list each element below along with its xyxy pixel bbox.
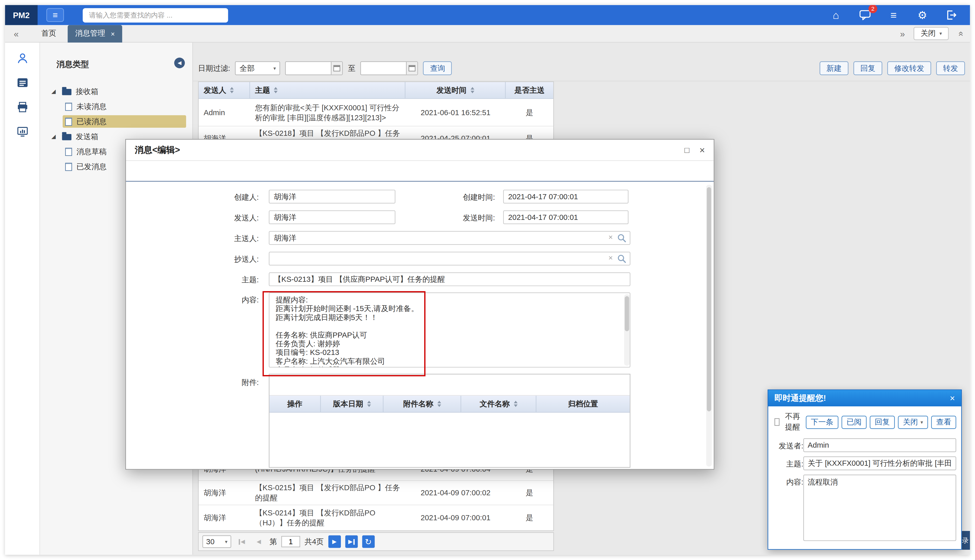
module-user-button[interactable] [13, 50, 31, 67]
subject-input[interactable] [269, 272, 630, 286]
sort-icon[interactable] [367, 401, 371, 407]
page-size-select[interactable]: 30 ▾ [202, 535, 231, 548]
sort-icon[interactable] [274, 87, 278, 93]
header-send-time[interactable]: 发送时间 [405, 82, 506, 98]
header-operation[interactable]: 操作 [269, 396, 321, 412]
tree-expand-icon[interactable]: ◢ [52, 133, 56, 140]
close-icon[interactable]: × [699, 145, 705, 155]
last-page-button[interactable]: ▶ [345, 535, 358, 548]
scrollbar-thumb[interactable] [707, 187, 711, 412]
tabs-scroll-right-icon[interactable]: » [900, 28, 905, 38]
tree-node-read[interactable]: 已读消息 [40, 114, 192, 129]
calendar-trigger[interactable] [406, 62, 417, 74]
view-button[interactable]: 查看 [931, 415, 956, 429]
sender-input[interactable] [269, 210, 395, 224]
header-primary[interactable]: 是否主送 [506, 82, 553, 98]
textarea-scrollbar[interactable] [624, 294, 630, 366]
header-version-date[interactable]: 版本日期 [321, 396, 383, 412]
calendar-trigger[interactable] [331, 62, 342, 74]
module-print-button[interactable] [13, 99, 31, 115]
header-sender[interactable]: 发送人 [199, 82, 250, 98]
tree-node-inbox[interactable]: ◢ 接收箱 [40, 84, 192, 99]
header-attachment-name[interactable]: 附件名称 [383, 396, 461, 412]
dialog-titlebar[interactable]: 消息<编辑> □ × [126, 140, 714, 161]
popup-titlebar[interactable]: 即时通提醒您! × [768, 390, 961, 407]
date-range-select[interactable]: 全部 ▾ [235, 62, 280, 75]
table-row[interactable]: 胡海洋 【KS-0214】项目 【发行KD部品PO（HJ）】任务的提醒 2021… [199, 505, 553, 530]
record-side-tab[interactable]: 录 [961, 531, 970, 550]
sidebar-toggle-button[interactable]: ≡ [47, 8, 64, 22]
sort-icon[interactable] [470, 87, 474, 93]
clear-icon[interactable]: × [608, 233, 613, 242]
topbar-icons: ⌂ 2 ≡ ⚙ [830, 9, 957, 21]
cc-input[interactable] [269, 252, 630, 265]
sort-icon[interactable] [437, 401, 441, 407]
no-remind-checkbox[interactable] [774, 418, 779, 426]
sort-icon[interactable] [513, 401, 517, 407]
tab-home[interactable]: 首页 [30, 25, 67, 42]
global-search-input[interactable] [83, 8, 228, 22]
query-button[interactable]: 查询 [423, 62, 452, 75]
page-number-input[interactable] [281, 536, 300, 547]
sender-input[interactable] [803, 438, 957, 452]
header-subject[interactable]: 主题 [250, 82, 405, 98]
menu-icon[interactable]: ≡ [887, 9, 900, 21]
send-time-input[interactable] [503, 210, 629, 224]
header-label: 附件名称 [403, 398, 433, 409]
cc-label: 抄送人: [126, 254, 264, 265]
to-label: 主送人: [126, 233, 264, 244]
first-page-button[interactable]: ◀ [236, 535, 248, 548]
clear-icon[interactable]: × [608, 253, 613, 262]
header-archive-location[interactable]: 归档位置 [537, 396, 630, 412]
content-textarea[interactable]: 流程取消 [803, 475, 957, 541]
new-button[interactable]: 新建 [820, 62, 848, 75]
next-message-button[interactable]: 下一条 [806, 415, 838, 429]
tab-label: 消息管理 [75, 28, 105, 39]
tabs-scroll-left-icon[interactable]: « [14, 28, 18, 38]
settings-gear-icon[interactable]: ⚙ [916, 9, 928, 21]
refresh-button[interactable]: ↻ [362, 535, 375, 548]
reply-button[interactable]: 回复 [853, 62, 882, 75]
close-split-button[interactable]: 关闭 ▾ [898, 415, 928, 429]
reply-button[interactable]: 回复 [870, 415, 895, 429]
tree-node-label: 消息草稿 [77, 146, 107, 157]
header-file-name[interactable]: 文件名称 [461, 396, 537, 412]
header-label: 操作 [288, 398, 303, 409]
sort-icon[interactable] [230, 87, 234, 93]
home-icon[interactable]: ⌂ [830, 9, 842, 21]
collapse-header-icon[interactable]: » [955, 31, 965, 36]
tab-close-icon[interactable]: × [110, 30, 115, 37]
tree-node-unread[interactable]: 未读消息 [40, 99, 192, 114]
messages-icon[interactable]: 2 [858, 9, 871, 21]
module-schedule-button[interactable] [13, 74, 31, 91]
search-picker-icon[interactable] [617, 254, 626, 265]
creator-input[interactable] [269, 190, 395, 203]
logout-icon[interactable] [945, 9, 957, 21]
search-picker-icon[interactable] [617, 233, 626, 245]
to-label: 至 [348, 63, 355, 73]
collapse-panel-button[interactable]: ◀ [174, 58, 185, 68]
attachment-label: 附件: [126, 378, 264, 388]
maximize-icon[interactable]: □ [685, 145, 689, 155]
to-input[interactable] [269, 231, 630, 245]
dialog-scrollbar[interactable] [706, 185, 712, 467]
table-row[interactable]: Admin 您有新的审批<关于 [KXXFX0001] 可行性分析的审批 [丰田… [199, 99, 553, 127]
table-row[interactable]: 胡海洋 【KS-0215】项目 【发行KD部品PO 】任务的提醒 2021-04… [199, 481, 553, 505]
subject-input[interactable] [803, 457, 957, 470]
attachment-table-header: 操作 版本日期 附件名称 文件名称 归档位置 [269, 396, 630, 412]
module-monitor-button[interactable] [13, 123, 31, 140]
tree-expand-icon[interactable]: ◢ [52, 88, 56, 95]
tab-message-management[interactable]: 消息管理 × [68, 25, 122, 42]
forward-button[interactable]: 转发 [936, 62, 965, 75]
close-tabs-button[interactable]: 关闭 ▾ [914, 27, 949, 40]
date-from-input[interactable] [285, 62, 343, 75]
prev-page-button[interactable]: ◀ [253, 535, 265, 548]
close-icon[interactable]: × [950, 393, 955, 403]
date-to-input[interactable] [361, 62, 418, 75]
next-page-button[interactable]: ▶ [328, 535, 341, 548]
mark-read-button[interactable]: 已阅 [842, 415, 866, 429]
create-time-input[interactable] [503, 190, 629, 203]
pagination-bar: 30 ▾ ◀ ◀ 第 共4页 ▶ ▶ ↻ [198, 532, 554, 551]
scrollbar-thumb[interactable] [625, 296, 629, 331]
modify-forward-button[interactable]: 修改转发 [887, 62, 931, 75]
